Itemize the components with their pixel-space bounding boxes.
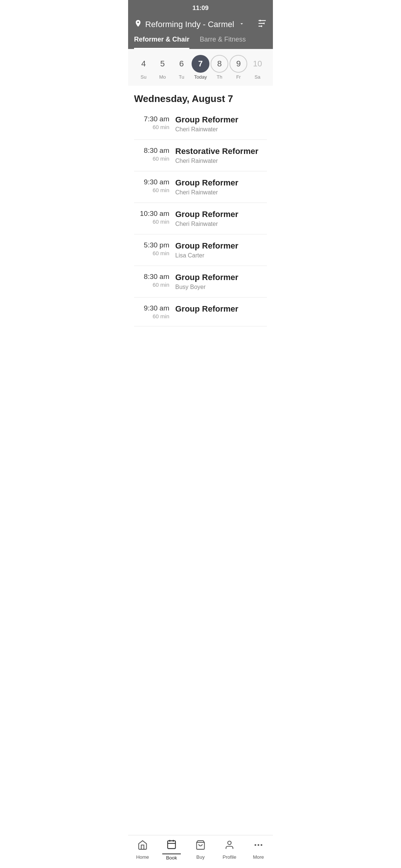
class-time: 5:30 pm (134, 241, 169, 249)
list-item[interactable]: 9:30 am 60 min Group Reformer (134, 297, 267, 326)
date-circle-6: 6 (173, 55, 190, 73)
class-name: Group Reformer (175, 178, 267, 188)
list-item[interactable]: 5:30 pm 60 min Group Reformer Lisa Carte… (134, 234, 267, 266)
filter-icon[interactable] (257, 19, 267, 30)
class-info: Group Reformer Busy Boyer (175, 273, 267, 290)
time-column: 5:30 pm 60 min (134, 241, 169, 256)
class-info: Group Reformer Cheri Rainwater (175, 178, 267, 196)
list-item[interactable]: 9:30 am 60 min Group Reformer Cheri Rain… (134, 171, 267, 203)
date-label-tue: Tu (179, 74, 184, 80)
date-header: Wednesday, August 7 (128, 86, 273, 108)
date-item-today[interactable]: 7 Today (192, 55, 209, 80)
class-name: Group Reformer (175, 273, 267, 282)
status-bar: 11:09 (128, 0, 273, 15)
class-info: Group Reformer Lisa Carter (175, 241, 267, 259)
date-circle-9: 9 (229, 55, 247, 73)
time-column: 9:30 am 60 min (134, 178, 169, 193)
date-label-thu: Th (217, 74, 222, 80)
class-duration: 60 min (134, 124, 169, 130)
class-info: Group Reformer Cheri Rainwater (175, 115, 267, 133)
date-selector: 4 Su 5 Mo 6 Tu 7 Today 8 Th 9 Fr 10 Sa (128, 49, 273, 86)
date-circle-7: 7 (192, 55, 209, 73)
class-duration: 60 min (134, 313, 169, 319)
schedule-list: 7:30 am 60 min Group Reformer Cheri Rain… (128, 108, 273, 326)
category-tabs: Reformer & Chair Barre & Fitness (128, 30, 273, 49)
time-column: 7:30 am 60 min (134, 115, 169, 130)
class-duration: 60 min (134, 187, 169, 193)
header: Reforming Indy - Carmel (128, 15, 273, 30)
location-pin-icon (134, 19, 142, 30)
list-item[interactable]: 8:30 am 60 min Restorative Reformer Cher… (134, 140, 267, 171)
location-name: Reforming Indy - Carmel (145, 20, 234, 29)
date-label-mon: Mo (159, 74, 166, 80)
class-info: Group Reformer (175, 304, 267, 315)
location-selector[interactable]: Reforming Indy - Carmel (134, 19, 257, 30)
class-name: Group Reformer (175, 241, 267, 251)
date-label-sun: Su (141, 74, 147, 80)
time-column: 9:30 am 60 min (134, 304, 169, 319)
class-instructor: Cheri Rainwater (175, 221, 267, 227)
date-label-sat: Sa (254, 74, 260, 80)
class-name: Restorative Reformer (175, 147, 267, 156)
tab-barre-fitness[interactable]: Barre & Fitness (200, 36, 246, 49)
time-column: 8:30 am 60 min (134, 147, 169, 162)
class-time: 9:30 am (134, 178, 169, 186)
date-item-sun[interactable]: 4 Su (135, 55, 153, 80)
class-info: Group Reformer Cheri Rainwater (175, 210, 267, 227)
list-item[interactable]: 10:30 am 60 min Group Reformer Cheri Rai… (134, 203, 267, 234)
class-time: 10:30 am (134, 210, 169, 218)
date-circle-5: 5 (154, 55, 172, 73)
class-instructor: Busy Boyer (175, 284, 267, 290)
class-time: 8:30 am (134, 273, 169, 281)
class-time: 7:30 am (134, 115, 169, 123)
class-instructor: Cheri Rainwater (175, 158, 267, 164)
date-item-fri[interactable]: 9 Fr (229, 55, 247, 80)
class-instructor: Cheri Rainwater (175, 126, 267, 133)
date-label-today: Today (194, 74, 207, 80)
current-date: Wednesday, August 7 (134, 93, 267, 105)
list-item[interactable]: 8:30 am 60 min Group Reformer Busy Boyer (134, 266, 267, 297)
date-circle-4: 4 (135, 55, 153, 73)
status-time: 11:09 (192, 4, 208, 11)
class-time: 9:30 am (134, 304, 169, 312)
class-instructor: Lisa Carter (175, 252, 267, 259)
class-instructor: Cheri Rainwater (175, 189, 267, 196)
class-duration: 60 min (134, 282, 169, 288)
chevron-down-icon (239, 21, 245, 28)
date-item-sat[interactable]: 10 Sa (248, 55, 266, 80)
date-circle-8: 8 (211, 55, 228, 73)
time-column: 8:30 am 60 min (134, 273, 169, 288)
date-item-thu[interactable]: 8 Th (211, 55, 228, 80)
class-name: Group Reformer (175, 304, 267, 314)
date-label-fri: Fr (236, 74, 241, 80)
tab-reformer-chair[interactable]: Reformer & Chair (134, 36, 189, 49)
class-info: Restorative Reformer Cheri Rainwater (175, 147, 267, 164)
time-column: 10:30 am 60 min (134, 210, 169, 225)
list-item[interactable]: 7:30 am 60 min Group Reformer Cheri Rain… (134, 108, 267, 140)
date-item-mon[interactable]: 5 Mo (154, 55, 172, 80)
class-name: Group Reformer (175, 115, 267, 125)
class-name: Group Reformer (175, 210, 267, 219)
date-circle-10: 10 (248, 55, 266, 73)
class-duration: 60 min (134, 250, 169, 256)
class-duration: 60 min (134, 155, 169, 162)
class-duration: 60 min (134, 218, 169, 225)
class-time: 8:30 am (134, 147, 169, 155)
date-item-tue[interactable]: 6 Tu (173, 55, 190, 80)
